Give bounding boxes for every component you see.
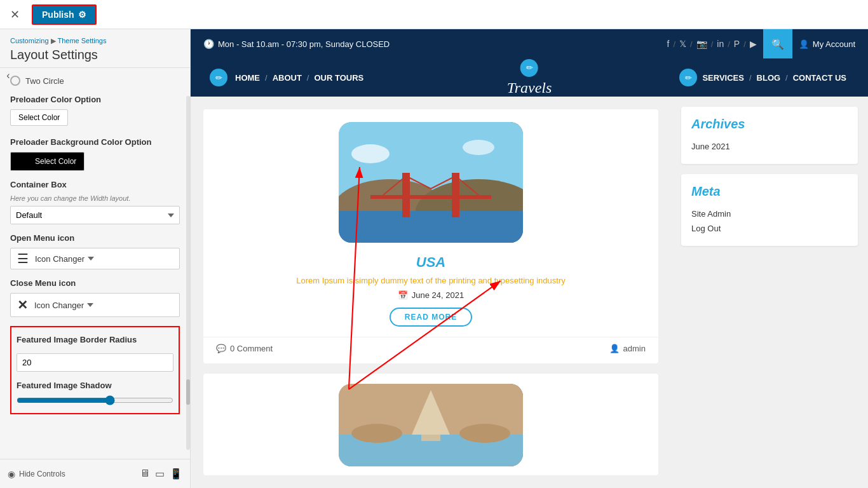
hamburger-icon: ☰: [17, 252, 29, 265]
featured-image-shadow-slider-container: [17, 395, 173, 408]
nav-edit-icon-logo[interactable]: ✏: [520, 59, 538, 77]
nav-home[interactable]: Home: [233, 73, 262, 83]
desktop-icon[interactable]: 🖥: [140, 468, 150, 480]
twitter-icon[interactable]: 𝕏: [679, 39, 686, 49]
post-author: 👤 admin: [609, 344, 646, 353]
svg-point-12: [463, 140, 494, 155]
read-more-button[interactable]: READ MORE: [390, 308, 472, 327]
post-date: 📅 June 24, 2021: [203, 290, 658, 300]
sidebar-scrollbar: [186, 96, 190, 450]
publish-button[interactable]: Publish ⚙: [32, 4, 97, 25]
preloader-bg-color-label: Preloader Background Color Option: [10, 137, 180, 147]
comment-icon: 💬: [216, 344, 226, 353]
archives-title: Archives: [691, 117, 848, 132]
topbar-social: f / 𝕏 / 📷 / in / P / ▶: [667, 39, 757, 49]
instagram-icon[interactable]: 📷: [696, 39, 707, 49]
author-icon: 👤: [609, 344, 620, 353]
tablet-icon[interactable]: ▭: [155, 468, 165, 480]
hide-controls-label: Hide Controls: [19, 470, 65, 478]
two-circle-label: Two Circle: [25, 76, 64, 86]
svg-point-18: [459, 424, 510, 443]
breadcrumb-customizing[interactable]: Customizing: [10, 37, 49, 44]
pinterest-icon[interactable]: P: [734, 39, 740, 49]
meta-title: Meta: [691, 184, 848, 199]
container-box-label: Container Box: [10, 180, 180, 189]
svg-point-11: [351, 144, 390, 163]
topbar-schedule: 🕐 Mon - Sat 10.am - 07:30 pm, Sunday CLO…: [203, 39, 390, 49]
featured-image-section: Featured Image Border Radius Featured Im…: [10, 326, 180, 414]
close-button[interactable]: ✕: [0, 0, 29, 29]
youtube-icon[interactable]: ▶: [750, 39, 757, 49]
post-title: USA: [203, 254, 658, 271]
open-menu-icon-changer-select[interactable]: Icon Changer: [35, 254, 95, 264]
preloader-color-button[interactable]: Select Color: [10, 109, 68, 126]
nav-contact[interactable]: CONTACT US: [790, 73, 849, 83]
svg-rect-16: [421, 435, 440, 441]
site-navbar: ✏ Home / ABOUT / OUR TOURS ✏ Travels ✏ S…: [191, 58, 868, 97]
facebook-icon[interactable]: f: [667, 39, 670, 49]
post-image-wrap: [203, 109, 658, 249]
meta-site-admin[interactable]: Site Admin: [691, 207, 848, 221]
back-button[interactable]: ‹: [0, 67, 17, 84]
nav-our-tours[interactable]: OUR TOURS: [311, 73, 366, 83]
close-menu-label: Close Menu icon: [10, 278, 180, 288]
close-menu-icon-changer-select[interactable]: Icon Changer: [34, 301, 95, 310]
sidebar-header: Customizing ▶ Theme Settings Layout Sett…: [0, 29, 190, 68]
nav-links-right: ✏ SERVICES / BLOG / CONTACT US: [679, 69, 849, 86]
nav-services[interactable]: SERVICES: [700, 73, 747, 83]
nav-edit-icon-right[interactable]: ✏: [679, 69, 697, 86]
device-icons: 🖥 ▭ 📱: [140, 468, 182, 480]
comment-count: 0 Comment: [230, 344, 273, 353]
search-button[interactable]: 🔍: [763, 29, 792, 58]
svg-point-17: [351, 424, 402, 443]
post-comments: 💬 0 Comment: [216, 344, 273, 353]
nav-blog[interactable]: BLOG: [754, 73, 783, 83]
breadcrumb-theme-settings[interactable]: Theme Settings: [57, 37, 106, 44]
meta-log-out[interactable]: Log Out: [691, 221, 848, 236]
sidebar-scrollbar-thumb: [186, 379, 190, 405]
eye-icon: ◉: [8, 469, 15, 479]
close-menu-icon-section: Close Menu icon ✕ Icon Changer: [10, 278, 180, 317]
my-account-label: My Account: [813, 39, 855, 49]
post-excerpt: Lorem Ipsum is simply dummy text of the …: [203, 276, 658, 285]
nav-links-left: Home / ABOUT / OUR TOURS: [233, 73, 366, 83]
my-account-link[interactable]: 👤 My Account: [799, 39, 855, 49]
calendar-icon: 📅: [398, 290, 408, 300]
open-menu-label: Open Menu icon: [10, 233, 180, 243]
preloader-color-section: Preloader Color Option Select Color: [10, 95, 180, 135]
main-layout: Customizing ▶ Theme Settings Layout Sett…: [0, 29, 868, 488]
post-date-text: June 24, 2021: [412, 290, 464, 300]
svg-rect-10: [370, 195, 491, 199]
color-swatch-black: [18, 156, 30, 167]
hide-controls-button[interactable]: ◉ Hide Controls: [8, 469, 65, 479]
preloader-bg-color-button[interactable]: Select Color: [10, 152, 85, 171]
dubai-image-svg: [339, 384, 523, 466]
featured-image-border-radius-input[interactable]: [17, 353, 173, 372]
sidebar-right: Archives June 2021 Meta Site Admin Log O…: [671, 97, 868, 488]
author-name: admin: [623, 344, 646, 353]
close-menu-icon-row: ✕ Icon Changer: [10, 293, 180, 317]
sidebar-content: Two Circle Preloader Color Option Select…: [0, 68, 190, 459]
linkedin-icon[interactable]: in: [717, 39, 724, 49]
gear-icon: ⚙: [78, 10, 86, 20]
sidebar-bottom: ◉ Hide Controls 🖥 ▭ 📱: [0, 459, 190, 488]
site-content: USA Lorem Ipsum is simply dummy text of …: [191, 97, 868, 488]
admin-bar: ✕ Publish ⚙: [0, 0, 868, 29]
x-icon: ✕: [17, 297, 28, 313]
site-topbar: 🕐 Mon - Sat 10.am - 07:30 pm, Sunday CLO…: [191, 29, 868, 58]
nav-edit-icon-left[interactable]: ✏: [210, 69, 227, 86]
account-icon: 👤: [799, 39, 809, 49]
site-logo: Travels: [507, 79, 552, 97]
nav-about[interactable]: ABOUT: [270, 73, 304, 83]
featured-image-shadow-slider[interactable]: [17, 395, 173, 405]
preloader-color-label: Preloader Color Option: [10, 95, 180, 104]
schedule-text: Mon - Sat 10.am - 07:30 pm, Sunday CLOSE…: [218, 39, 390, 49]
container-box-hint: Here you can change the Width layout.: [10, 194, 180, 202]
breadcrumb: Customizing ▶ Theme Settings: [10, 37, 180, 45]
archive-item-june2021[interactable]: June 2021: [691, 139, 848, 154]
preloader-bg-color-section: Preloader Background Color Option Select…: [10, 137, 180, 171]
container-box-select[interactable]: Default Boxed Full Width: [10, 206, 180, 224]
publish-label: Publish: [42, 10, 74, 20]
mobile-icon[interactable]: 📱: [170, 468, 182, 480]
container-box-section: Container Box Here you can change the Wi…: [10, 180, 180, 224]
